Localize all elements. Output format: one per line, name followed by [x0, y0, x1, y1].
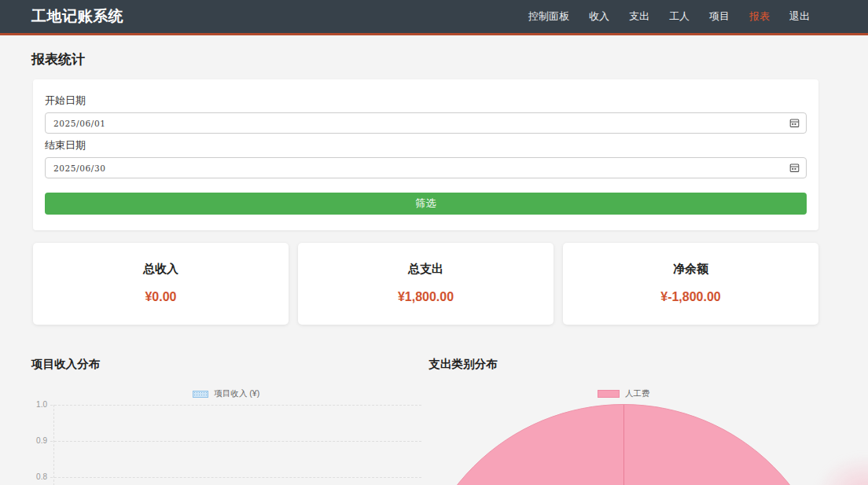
y-tick-label: 0.9 [31, 436, 47, 445]
start-date-input[interactable] [45, 112, 807, 134]
stat-value: ¥1,800.00 [306, 290, 546, 304]
start-date-wrap [45, 112, 807, 134]
stat-label: 净余额 [571, 262, 811, 277]
nav-item-reports[interactable]: 报表 [749, 9, 770, 24]
nav-item-workers[interactable]: 工人 [669, 9, 690, 24]
pie-slice-labor-cost [411, 404, 836, 485]
main-nav: 控制面板 收入 支出 工人 项目 报表 退出 [528, 9, 810, 24]
legend-swatch-pie [598, 390, 620, 398]
stat-label: 总收入 [41, 262, 281, 277]
gridline [50, 441, 421, 442]
legend-label: 项目收入 (¥) [214, 388, 259, 399]
chart-title: 支出类别分布 [429, 357, 819, 372]
end-date-label: 结束日期 [45, 138, 807, 152]
charts-row: 项目收入分布 项目收入 (¥) 1.0 0.9 0.8 支出类别分布 人工费 [31, 357, 818, 485]
project-income-chart: 项目收入分布 项目收入 (¥) 1.0 0.9 0.8 [31, 357, 421, 485]
stat-label: 总支出 [306, 262, 546, 277]
stat-card-total-expense: 总支出 ¥1,800.00 [298, 243, 554, 325]
stat-value: ¥-1,800.00 [571, 290, 811, 304]
end-date-input[interactable] [45, 157, 807, 178]
y-tick-label: 1.0 [31, 400, 47, 409]
nav-item-expense[interactable]: 支出 [629, 9, 649, 24]
pie-slice-border [623, 405, 624, 485]
legend-swatch-bar [193, 391, 208, 398]
start-date-label: 开始日期 [45, 94, 807, 108]
stats-row: 总收入 ¥0.00 总支出 ¥1,800.00 净余额 ¥-1,800.00 [33, 243, 818, 325]
calendar-icon[interactable] [789, 118, 800, 128]
end-date-wrap [45, 157, 807, 178]
filter-button[interactable]: 筛选 [45, 193, 807, 215]
y-tick-label: 0.8 [31, 472, 47, 481]
nav-item-income[interactable]: 收入 [589, 9, 609, 24]
stat-card-net-balance: 净余额 ¥-1,800.00 [563, 243, 818, 325]
legend-label: 人工费 [625, 388, 650, 399]
gridline [50, 477, 421, 478]
pie-glow-artifact [799, 442, 868, 485]
expense-category-chart: 支出类别分布 人工费 [429, 357, 819, 485]
y-axis-line [53, 405, 54, 485]
chart-title: 项目收入分布 [31, 357, 421, 372]
app-title: 工地记账系统 [31, 6, 528, 27]
bar-chart-plot: 1.0 0.9 0.8 [31, 403, 421, 485]
date-filter-card: 开始日期 结束日期 筛选 [33, 79, 818, 230]
calendar-icon[interactable] [789, 163, 800, 173]
nav-item-dashboard[interactable]: 控制面板 [528, 9, 569, 24]
page-title: 报表统计 [31, 50, 837, 68]
nav-item-logout[interactable]: 退出 [789, 9, 810, 24]
pie-chart-legend[interactable]: 人工费 [429, 388, 819, 399]
nav-item-projects[interactable]: 项目 [709, 9, 730, 24]
bar-chart-legend[interactable]: 项目收入 (¥) [31, 388, 421, 399]
app-header: 工地记账系统 控制面板 收入 支出 工人 项目 报表 退出 [0, 0, 868, 35]
gridline [50, 405, 421, 406]
stat-card-total-income: 总收入 ¥0.00 [33, 243, 289, 325]
pie-chart-plot [429, 404, 819, 485]
stat-value: ¥0.00 [41, 290, 281, 304]
